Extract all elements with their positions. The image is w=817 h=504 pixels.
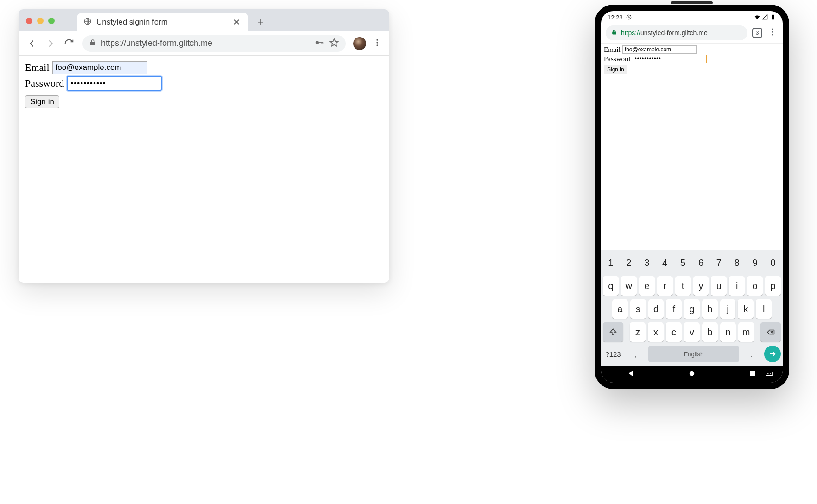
key-n[interactable]: n [720, 322, 736, 342]
email-label: Email [604, 46, 621, 54]
browser-tab[interactable]: Unstyled signin form ✕ [77, 13, 248, 32]
forward-button[interactable] [43, 36, 58, 51]
key-b[interactable]: b [702, 322, 718, 342]
key-x[interactable]: x [648, 322, 664, 342]
space-key[interactable]: English [648, 346, 739, 362]
reload-button[interactable] [61, 36, 77, 51]
key-v[interactable]: v [684, 322, 700, 342]
backspace-key[interactable] [760, 322, 781, 342]
window-controls [26, 18, 55, 24]
key-5[interactable]: 5 [675, 253, 691, 272]
tab-close-button[interactable]: ✕ [231, 16, 242, 28]
key-3[interactable]: 3 [639, 253, 655, 272]
window-close-button[interactable] [26, 18, 32, 24]
svg-rect-10 [773, 14, 773, 15]
email-field[interactable] [622, 45, 697, 54]
mobile-page-content: Email Password Sign in [601, 44, 783, 250]
key-y[interactable]: y [693, 276, 709, 296]
profile-avatar[interactable] [353, 37, 366, 50]
mobile-menu-button[interactable] [767, 26, 778, 39]
soft-keyboard: 1234567890 qwertyuiop asdfghjkl zxcvbnm … [601, 250, 783, 366]
address-bar[interactable]: https://unstyled-form.glitch.me [82, 35, 346, 52]
key-6[interactable]: 6 [693, 253, 709, 272]
key-o[interactable]: o [747, 276, 763, 296]
keyboard-row-2: asdfghjkl [603, 299, 781, 319]
svg-rect-9 [772, 15, 774, 19]
nav-home-button[interactable] [688, 369, 696, 379]
email-field[interactable] [52, 61, 147, 74]
keyboard-bottom-row: ?123 , English . [603, 346, 781, 362]
key-w[interactable]: w [621, 276, 637, 296]
key-e[interactable]: e [639, 276, 655, 296]
key-l[interactable]: l [756, 299, 772, 319]
tab-title: Unstyled signin form [96, 18, 227, 27]
key-p[interactable]: p [765, 276, 781, 296]
key-z[interactable]: z [630, 322, 646, 342]
key-g[interactable]: g [684, 299, 700, 319]
nav-recents-button[interactable] [748, 369, 757, 379]
key-0[interactable]: 0 [765, 253, 781, 272]
svg-point-1 [316, 41, 319, 44]
key-f[interactable]: f [666, 299, 682, 319]
mobile-address-bar[interactable]: https://unstyled-form.glitch.me [606, 25, 747, 40]
key-q[interactable]: q [603, 276, 619, 296]
key-c[interactable]: c [666, 322, 682, 342]
symbols-key[interactable]: ?123 [603, 346, 623, 362]
back-button[interactable] [24, 36, 40, 51]
keyboard-row-1: qwertyuiop [603, 276, 781, 296]
svg-rect-18 [769, 373, 770, 374]
phone-screen: 12:23 ht [601, 11, 783, 383]
key-k[interactable]: k [738, 299, 754, 319]
nav-back-button[interactable] [627, 369, 635, 379]
key-8[interactable]: 8 [729, 253, 745, 272]
key-d[interactable]: d [648, 299, 664, 319]
desktop-browser-window: Unstyled signin form ✕ + https://unstyle… [19, 9, 389, 283]
key-r[interactable]: r [657, 276, 673, 296]
period-key[interactable]: . [741, 346, 762, 362]
key-icon[interactable] [314, 38, 324, 50]
key-4[interactable]: 4 [657, 253, 673, 272]
new-tab-button[interactable]: + [254, 16, 267, 29]
key-j[interactable]: j [720, 299, 736, 319]
status-time: 12:23 [608, 14, 623, 21]
key-h[interactable]: h [702, 299, 718, 319]
comma-key[interactable]: , [626, 346, 646, 362]
password-field[interactable] [633, 55, 707, 63]
battery-icon [770, 14, 776, 20]
browser-menu-button[interactable] [371, 36, 384, 51]
svg-rect-3 [322, 42, 323, 44]
key-i[interactable]: i [729, 276, 745, 296]
lock-icon [611, 29, 617, 37]
key-m[interactable]: m [738, 322, 754, 342]
browser-toolbar: https://unstyled-form.glitch.me [19, 32, 389, 56]
keyboard-toggle-icon[interactable] [765, 369, 773, 379]
key-1[interactable]: 1 [603, 253, 619, 272]
star-icon[interactable] [329, 38, 339, 50]
svg-point-14 [690, 371, 695, 376]
android-nav-bar [601, 366, 783, 383]
phone-frame: 12:23 ht [595, 5, 789, 389]
window-minimize-button[interactable] [37, 18, 44, 24]
password-field[interactable] [67, 76, 162, 91]
tab-count-button[interactable]: 3 [752, 28, 762, 38]
key-9[interactable]: 9 [747, 253, 763, 272]
svg-point-13 [772, 34, 773, 35]
signin-button[interactable]: Sign in [25, 95, 59, 108]
globe-icon [83, 17, 92, 27]
signin-button[interactable]: Sign in [604, 65, 627, 74]
svg-point-6 [376, 42, 378, 43]
svg-point-11 [772, 28, 773, 30]
password-label: Password [25, 77, 64, 89]
lock-icon [89, 39, 96, 48]
window-maximize-button[interactable] [48, 18, 55, 24]
key-7[interactable]: 7 [711, 253, 727, 272]
key-u[interactable]: u [711, 276, 727, 296]
enter-key[interactable] [764, 346, 781, 362]
shift-key[interactable] [603, 322, 623, 342]
wifi-icon [754, 14, 760, 20]
key-2[interactable]: 2 [621, 253, 637, 272]
key-t[interactable]: t [675, 276, 691, 296]
mobile-url-bar: https://unstyled-form.glitch.me 3 [601, 22, 783, 44]
key-s[interactable]: s [630, 299, 646, 319]
key-a[interactable]: a [612, 299, 628, 319]
